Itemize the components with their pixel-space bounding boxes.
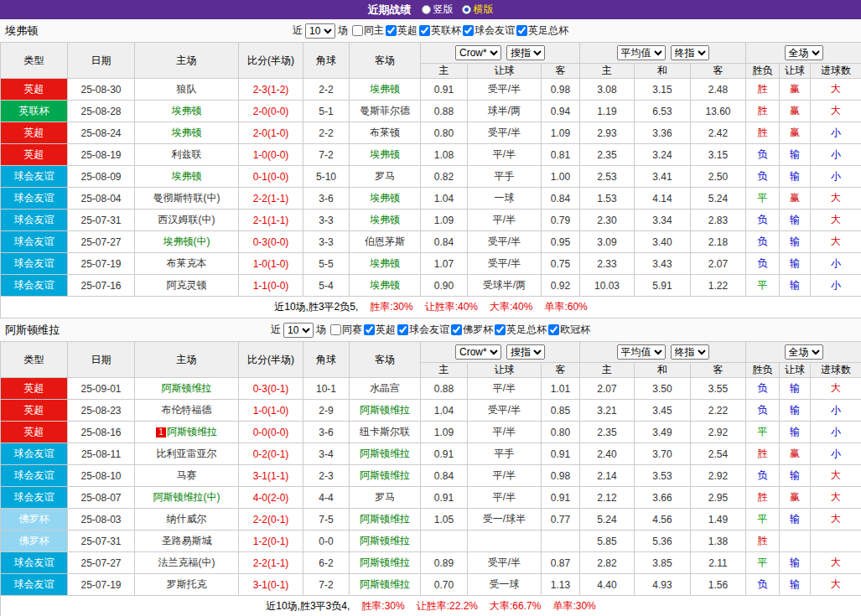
odds-mode-select[interactable]: 搜指 xyxy=(506,45,545,60)
match-row[interactable]: 英联杯 25-08-28 埃弗顿 2-0(0-0) 5-1 曼斯菲尔德 0.88… xyxy=(1,101,861,122)
away-team[interactable]: 阿斯顿维拉 xyxy=(350,531,421,552)
away-team[interactable]: 阿斯顿维拉 xyxy=(350,574,421,596)
away-team[interactable]: 曼斯菲尔德 xyxy=(350,101,421,122)
odds-provider-select[interactable]: Crow* xyxy=(455,344,501,360)
away-team[interactable]: 阿斯顿维拉 xyxy=(350,400,421,422)
filter-checkbox[interactable]: 同赛 xyxy=(330,323,362,337)
score[interactable]: 3-1(0-1) xyxy=(239,574,303,596)
home-team[interactable]: 布伦特福德 xyxy=(135,400,239,422)
avg-select[interactable]: 平均值 xyxy=(617,344,666,360)
score[interactable]: 1-1(0-0) xyxy=(239,275,303,297)
final-select[interactable]: 终指 xyxy=(671,344,709,360)
score[interactable]: 2-2(1-1) xyxy=(239,188,303,210)
radio-icon[interactable] xyxy=(462,5,471,14)
filter-checkbox[interactable]: 佛罗杯 xyxy=(451,323,493,337)
match-row[interactable]: 球会友谊 25-08-11 比利亚雷亚尔 0-2(0-1) 3-4 阿斯顿维拉 … xyxy=(1,443,861,465)
away-team[interactable]: 阿斯顿维拉 xyxy=(350,552,421,574)
home-team[interactable]: 1阿斯顿维拉 xyxy=(135,422,239,443)
away-team[interactable]: 水晶宫 xyxy=(350,378,421,400)
scope-select[interactable]: 全场 xyxy=(785,45,823,60)
recent-count-select[interactable]: 10 xyxy=(305,23,335,39)
filter-checkbox[interactable]: 同主 xyxy=(352,23,384,38)
away-team[interactable]: 埃弗顿 xyxy=(350,275,421,297)
match-row[interactable]: 球会友谊 25-07-19 罗斯托克 3-1(0-1) 7-2 阿斯顿维拉 0.… xyxy=(1,574,861,596)
home-team[interactable]: 埃弗顿(中) xyxy=(135,231,239,253)
match-row[interactable]: 球会友谊 25-07-27 埃弗顿(中) 0-3(0-0) 3-3 伯恩茅斯 0… xyxy=(1,231,861,253)
away-team[interactable]: 埃弗顿 xyxy=(350,144,421,166)
home-team[interactable]: 比利亚雷亚尔 xyxy=(135,443,239,465)
checkbox-input[interactable] xyxy=(386,25,397,36)
filter-checkbox[interactable]: 英超 xyxy=(364,323,396,337)
match-row[interactable]: 英超 25-08-30 狼队 2-3(1-2) 2-2 埃弗顿 0.91 受平/… xyxy=(1,79,861,101)
away-team[interactable]: 布莱顿 xyxy=(350,122,421,144)
match-row[interactable]: 球会友谊 25-08-04 曼彻斯特联(中) 2-2(1-1) 3-6 埃弗顿 … xyxy=(1,188,861,210)
away-team[interactable]: 埃弗顿 xyxy=(350,210,421,231)
recent-count-select[interactable]: 10 xyxy=(283,323,314,338)
match-row[interactable]: 英超 25-08-19 利兹联 1-0(0-0) 7-2 埃弗顿 1.08 平/… xyxy=(1,144,861,166)
score[interactable]: 0-2(0-1) xyxy=(239,443,303,465)
match-row[interactable]: 英超 25-08-23 布伦特福德 1-0(1-0) 2-9 阿斯顿维拉 1.0… xyxy=(1,400,861,422)
home-team[interactable]: 圣路易斯城 xyxy=(135,531,239,552)
filter-checkbox[interactable]: 欧冠杯 xyxy=(548,323,590,337)
score[interactable]: 1-0(1-0) xyxy=(239,400,303,422)
score[interactable]: 0-3(0-0) xyxy=(239,231,303,253)
score[interactable]: 3-1(1-1) xyxy=(239,465,303,487)
match-row[interactable]: 球会友谊 25-07-16 阿克灵顿 1-1(0-0) 5-4 埃弗顿 0.90… xyxy=(1,275,861,297)
score[interactable]: 4-0(2-0) xyxy=(239,487,303,509)
home-team[interactable]: 马赛 xyxy=(135,465,239,487)
match-row[interactable]: 佛罗杯 25-07-31 圣路易斯城 1-2(0-1) 0-0 阿斯顿维拉 5.… xyxy=(1,531,861,552)
away-team[interactable]: 伯恩茅斯 xyxy=(350,231,421,253)
home-team[interactable]: 利兹联 xyxy=(135,144,239,166)
home-team[interactable]: 罗斯托克 xyxy=(135,574,239,596)
away-team[interactable]: 罗马 xyxy=(350,487,421,509)
final-select[interactable]: 终指 xyxy=(671,45,709,60)
match-row[interactable]: 球会友谊 25-07-31 西汉姆联(中) 2-1(1-1) 3-3 埃弗顿 1… xyxy=(1,210,861,231)
away-team[interactable]: 埃弗顿 xyxy=(350,253,421,275)
score[interactable]: 1-0(1-0) xyxy=(239,253,303,275)
checkbox-input[interactable] xyxy=(330,324,341,335)
away-team[interactable]: 埃弗顿 xyxy=(350,79,421,101)
filter-checkbox[interactable]: 英足总杯 xyxy=(516,23,568,38)
checkbox-input[interactable] xyxy=(397,324,408,335)
away-team[interactable]: 阿斯顿维拉 xyxy=(350,509,421,531)
checkbox-input[interactable] xyxy=(463,25,474,36)
score[interactable]: 2-0(1-0) xyxy=(239,122,303,144)
version-option[interactable]: 竖版 xyxy=(422,3,454,17)
away-team[interactable]: 埃弗顿 xyxy=(350,188,421,210)
match-row[interactable]: 英超 25-08-24 埃弗顿 2-0(1-0) 2-2 布莱顿 0.80 受平… xyxy=(1,122,861,144)
match-row[interactable]: 球会友谊 25-07-27 法兰克福(中) 2-2(1-1) 6-2 阿斯顿维拉… xyxy=(1,552,861,574)
avg-select[interactable]: 平均值 xyxy=(617,45,666,60)
score[interactable]: 2-2(0-1) xyxy=(239,509,303,531)
match-row[interactable]: 佛罗杯 25-08-03 纳什威尔 2-2(0-1) 7-5 阿斯顿维拉 1.0… xyxy=(1,509,861,531)
score[interactable]: 2-0(0-0) xyxy=(239,101,303,122)
version-option[interactable]: 横版 xyxy=(462,3,494,17)
checkbox-input[interactable] xyxy=(419,25,430,36)
filter-checkbox[interactable]: 球会友谊 xyxy=(463,23,515,38)
home-team[interactable]: 阿斯顿维拉(中) xyxy=(135,487,239,509)
score[interactable]: 0-0(0-0) xyxy=(239,422,303,443)
filter-checkbox[interactable]: 英联杯 xyxy=(419,23,461,38)
home-team[interactable]: 西汉姆联(中) xyxy=(135,210,239,231)
score[interactable]: 2-1(1-1) xyxy=(239,210,303,231)
score[interactable]: 1-2(0-1) xyxy=(239,531,303,552)
filter-checkbox[interactable]: 英超 xyxy=(386,23,418,38)
home-team[interactable]: 埃弗顿 xyxy=(135,101,239,122)
home-team[interactable]: 阿克灵顿 xyxy=(135,275,239,297)
score[interactable]: 2-3(1-2) xyxy=(239,79,303,101)
filter-checkbox[interactable]: 球会友谊 xyxy=(397,323,449,337)
home-team[interactable]: 布莱克本 xyxy=(135,253,239,275)
score[interactable]: 2-2(1-1) xyxy=(239,552,303,574)
odds-mode-select[interactable]: 搜指 xyxy=(506,344,545,360)
home-team[interactable]: 法兰克福(中) xyxy=(135,552,239,574)
score[interactable]: 0-3(0-1) xyxy=(239,378,303,400)
home-team[interactable]: 狼队 xyxy=(135,79,239,101)
home-team[interactable]: 阿斯顿维拉 xyxy=(135,378,239,400)
checkbox-input[interactable] xyxy=(495,324,506,335)
home-team[interactable]: 埃弗顿 xyxy=(135,122,239,144)
home-team[interactable]: 纳什威尔 xyxy=(135,509,239,531)
checkbox-input[interactable] xyxy=(364,324,375,335)
checkbox-input[interactable] xyxy=(516,25,527,36)
match-row[interactable]: 球会友谊 25-08-10 马赛 3-1(1-1) 2-3 阿斯顿维拉 0.84… xyxy=(1,465,861,487)
odds-provider-select[interactable]: Crow* xyxy=(455,45,501,60)
match-row[interactable]: 球会友谊 25-07-19 布莱克本 1-0(1-0) 5-5 埃弗顿 1.07… xyxy=(1,253,861,275)
